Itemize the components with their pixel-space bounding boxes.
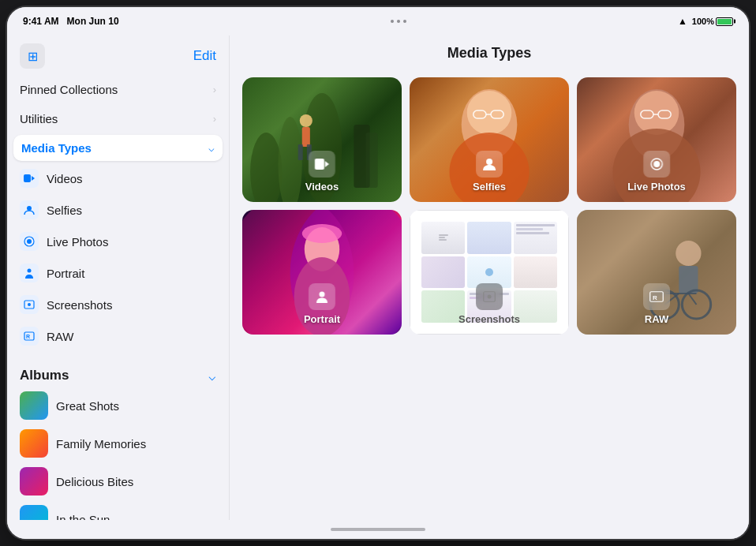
svg-point-41 [302,224,342,243]
album-thumb-great-shots [20,391,48,420]
videos-label: Videos [305,151,339,193]
svg-point-7 [28,303,31,306]
svg-marker-21 [325,161,329,167]
sidebar-item-selfies[interactable]: Selfies [7,194,229,226]
videos-cell-icon [309,151,335,178]
album-thumb-delicious-bites [20,467,48,496]
screenshots-icon [20,295,39,314]
videos-icon [20,169,39,188]
status-bar: 9:41 AM Mon Jun 10 ▲ 100% [7,7,749,36]
grid-cell-live-photos[interactable]: Live Photos [577,77,736,202]
ipad-frame: 9:41 AM Mon Jun 10 ▲ 100% ⊞ [7,7,749,539]
album-item-delicious-bites[interactable]: Delicious Bites [7,462,229,500]
sidebar-item-screenshots[interactable]: Screenshots [7,289,229,320]
grid-cell-raw[interactable]: R RAW [577,210,736,335]
chevron-right-icon: › [213,84,216,95]
grid-cell-videos[interactable]: Videos [242,77,402,202]
raw-cell-icon: R [643,283,670,310]
home-indicator [7,520,749,539]
svg-rect-17 [302,127,310,147]
svg-point-49 [676,241,701,266]
main-content: ⊞ Edit Pinned Collections › Utilities › [7,36,749,520]
status-right: ▲ 100% [678,16,733,27]
albums-header: Albums ⌵ [7,358,229,387]
right-content: Media Types [230,36,749,520]
svg-rect-20 [315,159,324,170]
album-thumb-in-the-sun [20,505,48,520]
sidebar-toggle-button[interactable]: ⊞ [20,43,45,69]
grid-row-1: Videos [242,77,736,202]
battery: 100% [692,17,733,26]
svg-point-11 [250,133,282,202]
chevron-right-icon: › [213,113,216,125]
sidebar-item-live-photos[interactable]: Live Photos [7,226,229,257]
media-items-list: Videos Selfies [7,163,229,352]
svg-point-35 [653,161,660,167]
page-title: Media Types [447,45,532,61]
svg-point-2 [27,206,32,211]
chevron-down-icon: ⌵ [208,142,215,154]
live-photos-label: Live Photos [627,151,686,193]
grid-row-2: Portrait [242,210,736,335]
home-indicator-bar [331,528,425,531]
portrait-icon [20,264,39,282]
status-dots [391,20,406,23]
album-thumb-family-memories [20,429,48,458]
album-item-in-the-sun[interactable]: In the Sun [7,500,229,520]
album-item-great-shots[interactable]: Great Shots [7,387,229,424]
sidebar-item-videos[interactable]: Videos [7,163,229,194]
selfies-cell-icon [476,151,503,178]
svg-point-3 [27,239,32,244]
svg-point-5 [28,269,32,273]
page-header: Media Types [230,36,749,69]
sidebar-header: ⊞ Edit [7,36,229,75]
edit-button[interactable]: Edit [193,48,216,64]
status-time: 9:41 AM Mon Jun 10 [23,16,119,27]
svg-point-42 [319,292,324,297]
svg-text:R: R [653,294,657,301]
portrait-cell-icon [309,283,335,310]
live-photos-cell-icon [643,151,670,178]
raw-label: R RAW [643,283,670,325]
albums-chevron-down-icon: ⌵ [208,368,216,383]
svg-rect-45 [439,239,447,241]
grid-cell-screenshots[interactable]: Screenshots [410,210,569,335]
screenshots-cell-icon [476,283,503,310]
sidebar-item-media-types[interactable]: Media Types ⌵ [13,135,223,161]
live-photos-icon [20,232,39,251]
portrait-label: Portrait [304,283,340,325]
screenshots-label: Screenshots [458,283,520,325]
battery-icon [716,17,733,26]
svg-rect-43 [439,234,448,236]
svg-text:R: R [26,334,30,339]
svg-rect-15 [366,133,378,188]
sidebar-item-pinned-collections[interactable]: Pinned Collections › [7,75,229,104]
svg-rect-18 [298,144,303,160]
svg-point-47 [487,295,491,299]
grid-cell-portrait[interactable]: Portrait [242,210,402,335]
sidebar-item-portrait[interactable]: Portrait [7,257,229,289]
grid-cell-selfies[interactable]: Selfies [410,77,569,202]
svg-rect-44 [439,237,445,238]
wifi-icon: ▲ [678,16,687,27]
svg-marker-1 [32,176,35,181]
svg-rect-0 [24,174,31,182]
selfies-label: Selfies [473,151,506,193]
sidebar-item-raw[interactable]: R RAW [7,320,229,352]
svg-point-16 [300,114,313,127]
raw-icon: R [20,327,39,346]
albums-list: Great Shots Family Memories Delicious Bi… [7,387,229,520]
sidebar-toggle-icon: ⊞ [28,49,38,64]
selfies-icon [20,200,39,219]
svg-point-28 [486,159,492,165]
album-item-family-memories[interactable]: Family Memories [7,424,229,462]
sidebar-item-utilities[interactable]: Utilities › [7,104,229,133]
media-type-grid: Videos [230,69,749,520]
sidebar: ⊞ Edit Pinned Collections › Utilities › [7,36,230,520]
